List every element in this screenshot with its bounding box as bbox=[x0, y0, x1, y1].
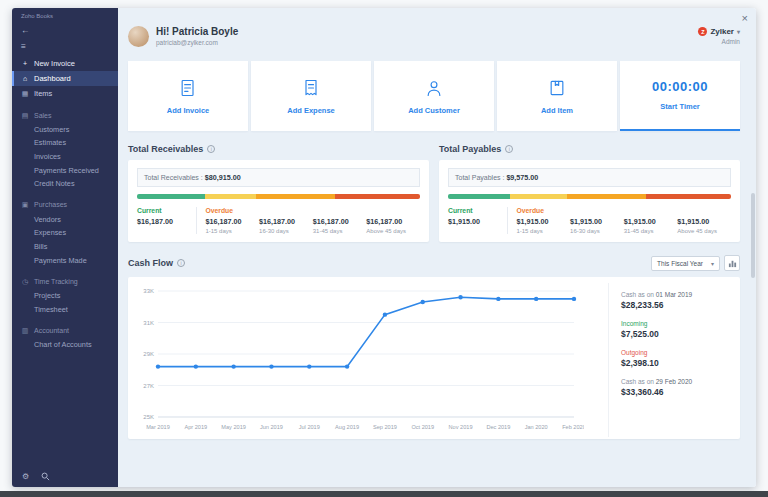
sidebar-item[interactable]: ▥ Accountant bbox=[12, 324, 118, 339]
sidebar-item-label: Customers bbox=[34, 126, 69, 134]
svg-text:Jul 2019: Jul 2019 bbox=[299, 424, 320, 430]
sidebar-item[interactable]: Payments Received bbox=[12, 164, 118, 178]
svg-text:Jun 2019: Jun 2019 bbox=[260, 424, 283, 430]
user-email: patriciab@zylker.com bbox=[156, 39, 238, 46]
sidebar-item[interactable]: ▤ Sales bbox=[12, 108, 118, 123]
total-payables-panel: Total Payables Total Payables : $9,575.0… bbox=[439, 144, 740, 242]
sidebar-item-label: Items bbox=[34, 90, 52, 98]
overdue-bucket: $16,187.00 31-45 days bbox=[313, 217, 367, 234]
sidebar-item[interactable]: Customers bbox=[12, 123, 118, 137]
sidebar-item-label: Dashboard bbox=[34, 75, 71, 83]
payables-summary: Total Payables : $9,575.00 bbox=[448, 168, 731, 187]
zoho-books-window: Zoho Books ← ≡ + New Invoice ⌂ Dashboard bbox=[12, 8, 756, 487]
overdue-bucket: $16,187.00 Above 45 days bbox=[366, 217, 420, 234]
org-switcher[interactable]: Z Zylker ▾ bbox=[698, 27, 740, 36]
cashflow-stats: Cash as on 01 Mar 2019 $28,233.56 Incomi… bbox=[608, 283, 740, 437]
chevron-down-icon: ▾ bbox=[711, 260, 714, 267]
overdue-bucket: $1,915.00 1-15 days bbox=[516, 217, 570, 234]
sidebar-item[interactable]: Expenses bbox=[12, 227, 118, 241]
purchases-icon: ▣ bbox=[21, 201, 29, 209]
sidebar-item[interactable]: + New Invoice bbox=[12, 56, 118, 71]
sidebar-item[interactable]: ◷ Time Tracking bbox=[12, 274, 118, 289]
svg-text:27K: 27K bbox=[143, 383, 154, 389]
customize-chart-button[interactable] bbox=[724, 255, 740, 271]
sidebar-item-label: Purchases bbox=[34, 201, 67, 209]
clock-icon: ◷ bbox=[21, 278, 29, 286]
sidebar-item[interactable]: Credit Notes bbox=[12, 177, 118, 191]
sidebar-item-label: Payments Made bbox=[34, 257, 87, 265]
svg-text:Jan 2020: Jan 2020 bbox=[525, 424, 548, 430]
cash-flow-section: Cash Flow This Fiscal Year ▾ bbox=[128, 255, 740, 439]
add-expense-card[interactable]: Add Expense bbox=[251, 61, 371, 131]
search-icon[interactable] bbox=[41, 472, 50, 481]
add-item-card[interactable]: Add Item bbox=[497, 61, 617, 131]
sidebar-item-label: Chart of Accounts bbox=[34, 341, 92, 349]
current-column: Current $1,915.00 bbox=[448, 207, 507, 226]
total-receivables-panel: Total Receivables Total Receivables : $8… bbox=[128, 144, 429, 242]
dashboard-header: Hi! Patricia Boyle patriciab@zylker.com … bbox=[128, 21, 740, 51]
payables-title: Total Payables bbox=[439, 144, 501, 154]
chevron-down-icon: ▾ bbox=[737, 28, 740, 35]
add-invoice-card[interactable]: Add Invoice bbox=[128, 61, 248, 131]
sidebar-item-label: New Invoice bbox=[34, 60, 75, 68]
sidebar-item-label: Bills bbox=[34, 243, 47, 251]
cashflow-stat: Cash as on 01 Mar 2019 $28,233.56 bbox=[621, 291, 736, 310]
plus-icon: + bbox=[21, 60, 29, 68]
sidebar-item[interactable]: ▣ Purchases bbox=[12, 198, 118, 213]
collapse-sidebar-button[interactable]: ← bbox=[12, 22, 118, 38]
sidebar-item[interactable]: Bills bbox=[12, 240, 118, 254]
close-icon[interactable]: × bbox=[742, 13, 748, 24]
period-select[interactable]: This Fiscal Year ▾ bbox=[651, 256, 720, 271]
sidebar-item[interactable]: Timesheet bbox=[12, 303, 118, 317]
receivables-title: Total Receivables bbox=[128, 144, 203, 154]
svg-text:Feb 2020: Feb 2020 bbox=[562, 424, 584, 430]
menu-button[interactable]: ≡ bbox=[12, 38, 118, 54]
info-icon[interactable] bbox=[505, 145, 513, 153]
sidebar-item-label: Accountant bbox=[34, 327, 69, 335]
app-title: Zoho Books bbox=[12, 8, 118, 22]
info-icon[interactable] bbox=[177, 259, 185, 267]
divider bbox=[196, 207, 197, 234]
info-icon[interactable] bbox=[207, 145, 215, 153]
sidebar-item[interactable]: ▦ Items bbox=[12, 86, 118, 101]
user-role: Admin bbox=[698, 38, 740, 45]
receivables-summary: Total Receivables : $80,915.00 bbox=[137, 168, 420, 187]
sidebar-item[interactable]: Projects bbox=[12, 289, 118, 303]
add-invoice-icon bbox=[178, 78, 198, 98]
start-timer-card[interactable]: 00:00:00 Start Timer bbox=[620, 61, 740, 131]
svg-text:Mar 2019: Mar 2019 bbox=[146, 424, 170, 430]
sidebar-item[interactable]: Chart of Accounts bbox=[12, 339, 118, 353]
zylker-logo: Z bbox=[698, 27, 707, 36]
svg-text:Dec 2019: Dec 2019 bbox=[486, 424, 510, 430]
sidebar: Zoho Books ← ≡ + New Invoice ⌂ Dashboard bbox=[12, 8, 118, 487]
add-expense-icon bbox=[301, 78, 321, 98]
greeting: Hi! Patricia Boyle bbox=[156, 26, 238, 37]
scrollbar[interactable] bbox=[751, 193, 755, 278]
svg-text:Sep 2019: Sep 2019 bbox=[373, 424, 397, 430]
settings-gear-icon[interactable]: ⚙ bbox=[22, 472, 29, 481]
sidebar-nav: + New Invoice ⌂ Dashboard ▦ Items ▤ Sale… bbox=[12, 56, 118, 487]
sidebar-footer: ⚙ bbox=[12, 466, 118, 487]
quick-actions: Add Invoice Add Expense bbox=[128, 61, 740, 131]
sidebar-item-label: Payments Received bbox=[34, 167, 99, 175]
add-item-icon bbox=[547, 78, 567, 98]
overdue-columns: Overdue $1,915.00 1-15 days bbox=[516, 207, 731, 234]
customize-chart-icon bbox=[728, 259, 737, 268]
sidebar-item-label: Projects bbox=[34, 292, 60, 300]
sidebar-item[interactable]: Vendors bbox=[12, 213, 118, 227]
sidebar-item[interactable]: ⌂ Dashboard bbox=[12, 71, 118, 86]
sidebar-item-label: Time Tracking bbox=[34, 278, 78, 286]
sidebar-item[interactable]: Estimates bbox=[12, 137, 118, 151]
sidebar-item[interactable]: Payments Made bbox=[12, 254, 118, 268]
screen-edge bbox=[0, 491, 768, 497]
svg-text:Oct 2019: Oct 2019 bbox=[411, 424, 434, 430]
overdue-bucket: $1,915.00 31-45 days bbox=[624, 217, 678, 234]
add-customer-card[interactable]: Add Customer bbox=[374, 61, 494, 131]
overdue-columns: Overdue $16,187.00 1-15 days bbox=[205, 207, 420, 234]
home-icon: ⌂ bbox=[21, 75, 29, 83]
sidebar-item[interactable]: Invoices bbox=[12, 150, 118, 164]
cashflow-chart: 25K27K29K31K33KMar 2019Apr 2019May 2019J… bbox=[132, 283, 584, 433]
svg-text:33K: 33K bbox=[143, 288, 154, 294]
overdue-bucket: $1,915.00 16-30 days bbox=[570, 217, 624, 234]
dashboard-main: × Hi! Patricia Boyle patriciab@zylker.co… bbox=[118, 8, 756, 487]
